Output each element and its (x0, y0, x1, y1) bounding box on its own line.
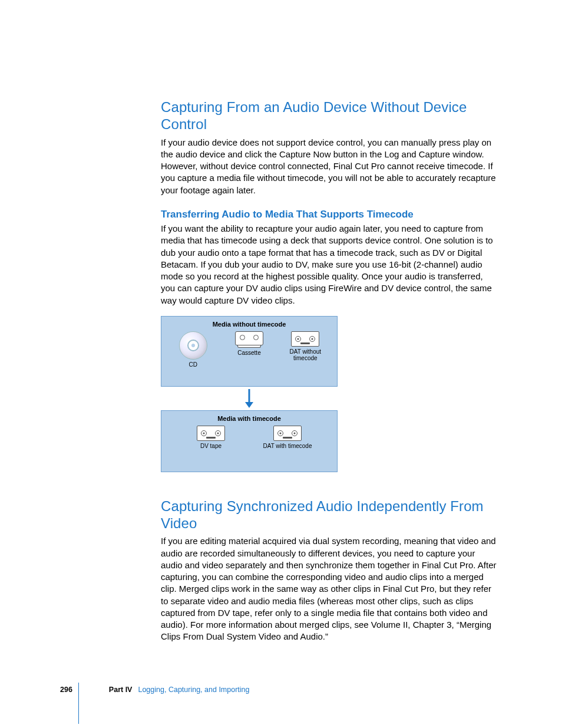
item-cassette: Cassette (223, 331, 276, 357)
row-without-timecode: CD Cassette DAT without timecode (161, 331, 337, 368)
arrow-down-icon (243, 388, 255, 409)
page: Capturing From an Audio Device Without D… (0, 0, 562, 728)
item-dat-with: DAT with timecode (261, 426, 314, 450)
item-dv-tape: DV tape (184, 426, 237, 450)
page-number: 296 (60, 686, 72, 694)
row-with-timecode: DV tape DAT with timecode (161, 426, 337, 450)
page-footer: 296 Part IV Logging, Capturing, and Impo… (60, 686, 508, 694)
panel-title-without: Media without timecode (161, 317, 337, 328)
svg-marker-1 (245, 402, 253, 408)
label-dv-tape: DV tape (200, 443, 222, 450)
item-cd: CD (167, 331, 220, 368)
section-sync-audio: Capturing Synchronized Audio Independent… (161, 498, 497, 643)
dv-tape-icon (197, 426, 225, 441)
media-timecode-diagram: Media without timecode CD Cassette (161, 316, 338, 472)
dat-with-icon (273, 426, 302, 441)
footer-part: Part IV (109, 686, 133, 694)
cd-icon (179, 331, 207, 360)
footer-section: Logging, Capturing, and Importing (138, 686, 249, 694)
subheading-transferring-audio: Transferring Audio to Media That Support… (161, 208, 497, 220)
heading-capturing-synchronized: Capturing Synchronized Audio Independent… (161, 498, 497, 532)
label-dat-without: DAT without timecode (279, 348, 332, 362)
label-cassette: Cassette (237, 350, 260, 357)
dat-icon (291, 331, 319, 347)
label-cd: CD (189, 361, 197, 368)
footer-vertical-rule (78, 683, 79, 724)
item-dat-without: DAT without timecode (279, 331, 332, 362)
content-column: Capturing From an Audio Device Without D… (161, 99, 497, 643)
arrow-down (161, 387, 338, 410)
body-capturing-synchronized: If you are editing material acquired via… (161, 535, 497, 643)
panel-media-with-timecode: Media with timecode DV tape DAT with tim… (161, 410, 338, 472)
label-dat-with: DAT with timecode (263, 443, 312, 450)
body-capturing-without-device-control: If your audio device does not support de… (161, 137, 497, 196)
heading-capturing-without-device-control: Capturing From an Audio Device Without D… (161, 99, 497, 133)
panel-title-with: Media with timecode (161, 411, 337, 422)
body-transferring-audio: If you want the ability to recapture you… (161, 223, 497, 307)
cassette-icon (235, 331, 263, 345)
panel-media-without-timecode: Media without timecode CD Cassette (161, 316, 338, 387)
